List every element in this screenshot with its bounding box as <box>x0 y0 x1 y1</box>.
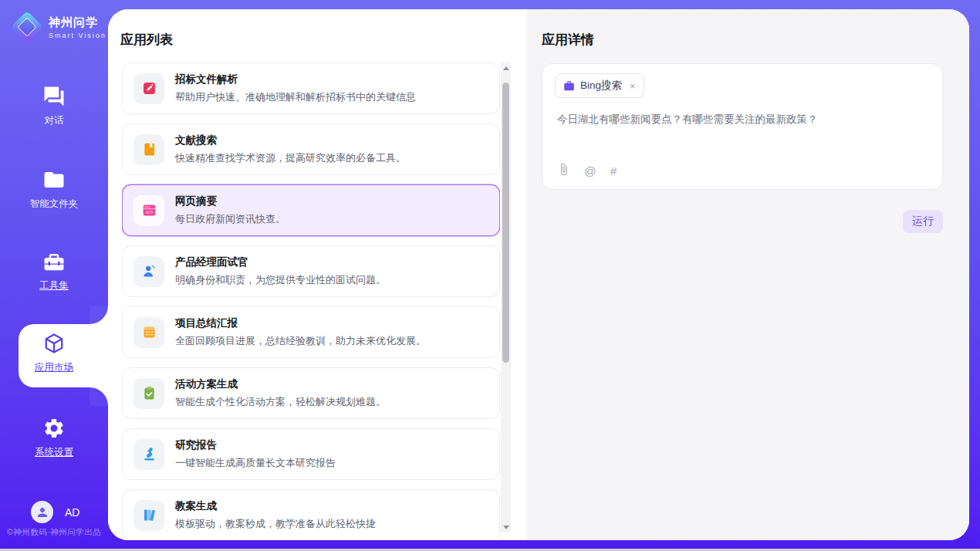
scroll-down-arrow-icon[interactable] <box>501 522 511 532</box>
prompt-input[interactable]: 今日湖北有哪些新闻要点？有哪些需要关注的最新政策？ <box>557 112 928 127</box>
app-name: 研究报告 <box>175 438 336 452</box>
app-icon-tile <box>133 134 164 165</box>
active-nav-curve-top <box>90 306 108 324</box>
app-item-literature-search[interactable]: 文献搜索 快速精准查找学术资源，提高研究效率的必备工具。 <box>122 123 500 175</box>
app-item-lesson-plan[interactable]: 教案生成 模板驱动，教案秒成，教学准备从此轻松快捷 <box>122 489 500 538</box>
sidebar-item-smart-folders[interactable]: 智能文件夹 <box>0 168 108 211</box>
app-icon-tile <box>133 317 164 348</box>
brand-logo: 神州问学 Smart Vision <box>12 12 106 42</box>
sidebar-item-chat[interactable]: 对话 <box>0 85 108 127</box>
app-item-pm-interviewer[interactable]: 产品经理面试官 明确身份和职责，为您提供专业性的面试问题。 <box>122 245 500 297</box>
toolbox-icon <box>42 262 66 276</box>
app-icon-tile: </> <box>133 195 164 226</box>
document-edit-icon <box>141 80 157 96</box>
sidebar-item-label: 对话 <box>0 114 108 127</box>
web-code-icon: </> <box>141 202 157 218</box>
user-initials: AD <box>65 506 79 519</box>
avatar[interactable] <box>31 501 53 523</box>
app-desc: 快速精准查找学术资源，提高研究效率的必备工具。 <box>175 151 406 165</box>
sidebar-item-label: 系统设置 <box>0 446 108 459</box>
attach-file-icon[interactable] <box>557 163 570 179</box>
sidebar-item-label: 应用市场 <box>0 361 108 374</box>
app-icon-tile <box>133 73 164 104</box>
app-icon-tile <box>133 500 164 531</box>
tool-chip-bing-search[interactable]: Bing搜索 × <box>555 73 644 98</box>
sidebar-item-toolset[interactable]: 工具集 <box>0 250 108 292</box>
active-nav-curve-bottom <box>90 387 108 406</box>
app-name: 文献搜索 <box>175 134 406 147</box>
svg-text:</>: </> <box>145 210 154 215</box>
app-list-scrollbar[interactable] <box>501 63 511 532</box>
brand-gem-icon <box>11 11 43 43</box>
app-desc: 帮助用户快速、准确地理解和解析招标书中的关键信息 <box>175 90 416 104</box>
chat-icon <box>42 97 66 110</box>
app-desc: 智能生成个性化活动方案，轻松解决规划难题。 <box>175 395 386 409</box>
book-icon <box>141 141 157 157</box>
sidebar-item-app-market[interactable]: 应用市场 <box>0 332 108 374</box>
mention-icon[interactable]: @ <box>584 164 596 178</box>
folder-icon <box>42 181 66 194</box>
app-desc: 全面回顾项目进展，总结经验教训，助力未来优化发展。 <box>175 334 426 348</box>
scrollbar-thumb[interactable] <box>502 83 509 363</box>
app-item-web-summary[interactable]: </> 网页摘要 每日政府新闻资讯快查。 <box>122 184 500 236</box>
briefcase-icon <box>563 80 575 92</box>
app-list: 招标文件解析 帮助用户快速、准确地理解和解析招标书中的关键信息 文献搜索 快速精… <box>122 63 500 538</box>
app-desc: 每日政府新闻资讯快查。 <box>175 212 286 226</box>
brand-tagline: Smart Vision <box>49 32 106 39</box>
input-toolbar: @ # <box>557 163 617 179</box>
sidebar-item-label: 工具集 <box>0 279 108 292</box>
prompt-card: Bing搜索 × 今日湖北有哪些新闻要点？有哪些需要关注的最新政策？ @ # <box>542 63 943 190</box>
app-desc: 一键智能生成高质量长文本研究报告 <box>175 456 336 470</box>
app-detail-title: 应用详情 <box>542 31 594 49</box>
gear-icon <box>42 429 66 442</box>
app-name: 招标文件解析 <box>175 73 416 86</box>
sidebar-item-settings[interactable]: 系统设置 <box>0 417 108 459</box>
books-icon <box>141 507 157 523</box>
app-list-title: 应用列表 <box>120 31 173 49</box>
person-icon <box>35 505 49 519</box>
app-desc: 模板驱动，教案秒成，教学准备从此轻松快捷 <box>175 517 376 531</box>
app-detail-panel: 应用详情 Bing搜索 × 今日湖北有哪些新闻要点？有哪些需要关注的最新政策？ … <box>526 9 969 540</box>
clipboard-check-icon <box>141 385 157 401</box>
app-item-tender-parse[interactable]: 招标文件解析 帮助用户快速、准确地理解和解析招标书中的关键信息 <box>122 63 500 114</box>
user-account[interactable]: AD <box>31 501 79 523</box>
run-button[interactable]: 运行 <box>903 210 943 233</box>
app-icon-tile <box>133 378 164 409</box>
app-desc: 明确身份和职责，为您提供专业性的面试问题。 <box>175 273 386 287</box>
app-list-panel: 应用列表 招标文件解析 帮助用户快速、准确地理解和解析招标书中的关键信息 文献搜… <box>108 9 526 540</box>
sidebar-item-label: 智能文件夹 <box>0 198 108 211</box>
calendar-report-icon <box>141 324 157 340</box>
tool-chip-label: Bing搜索 <box>580 79 622 93</box>
interviewer-icon <box>141 263 157 279</box>
app-name: 活动方案生成 <box>175 377 386 391</box>
app-name: 网页摘要 <box>175 194 286 208</box>
scroll-up-arrow-icon[interactable] <box>501 63 511 73</box>
microscope-icon <box>141 446 157 462</box>
app-name: 项目总结汇报 <box>175 316 426 330</box>
copyright-footer: ©神州数码·神州问学出品 <box>7 527 107 538</box>
app-item-project-summary[interactable]: 项目总结汇报 全面回顾项目进展，总结经验教训，助力未来优化发展。 <box>122 306 500 358</box>
app-icon-tile <box>133 256 164 287</box>
app-name: 教案生成 <box>175 499 376 513</box>
app-item-event-plan[interactable]: 活动方案生成 智能生成个性化活动方案，轻松解决规划难题。 <box>122 367 500 419</box>
cube-icon <box>42 344 66 357</box>
main-window: 应用列表 招标文件解析 帮助用户快速、准确地理解和解析招标书中的关键信息 文献搜… <box>108 9 969 540</box>
chip-close-icon[interactable]: × <box>630 80 636 92</box>
app-icon-tile <box>133 439 164 470</box>
app-item-research-report[interactable]: 研究报告 一键智能生成高质量长文本研究报告 <box>122 428 500 480</box>
brand-name: 神州问学 <box>49 15 106 30</box>
hash-icon[interactable]: # <box>610 164 617 178</box>
app-name: 产品经理面试官 <box>175 255 386 269</box>
sidebar: 神州问学 Smart Vision 对话 智能文件夹 工具集 应用市场 系统设 <box>0 0 108 549</box>
